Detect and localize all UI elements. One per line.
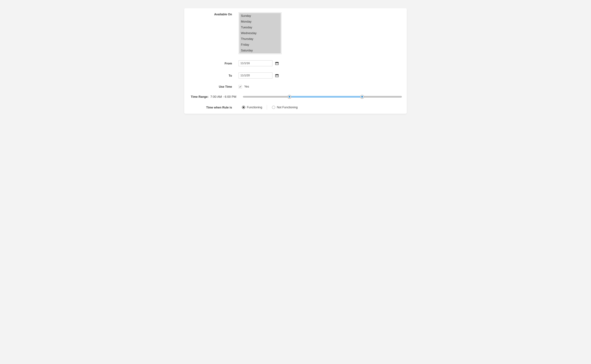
svg-rect-3: [278, 62, 278, 63]
to-label: To: [189, 74, 239, 78]
day-option[interactable]: Friday: [239, 42, 281, 48]
radio-label: Functioning: [247, 106, 262, 109]
radio-icon: [242, 106, 245, 109]
rule-mode-row: Time when Rule is Functioning Not Functi…: [189, 105, 402, 110]
svg-point-8: [277, 64, 277, 65]
svg-point-6: [278, 64, 278, 64]
radio-icon: [272, 106, 275, 109]
slider-handle-max[interactable]: [360, 95, 364, 99]
rule-mode-not-functioning-radio[interactable]: Not Functioning: [272, 106, 298, 109]
svg-rect-11: [275, 75, 278, 75]
use-time-row: Use Time Yes: [189, 85, 402, 89]
radio-label: Not Functioning: [277, 106, 298, 109]
rule-mode-functioning-radio[interactable]: Functioning: [242, 106, 262, 109]
day-option[interactable]: Saturday: [239, 48, 281, 53]
available-on-label: Available On: [189, 12, 239, 16]
svg-point-15: [277, 76, 277, 76]
day-option[interactable]: Monday: [239, 19, 281, 25]
calendar-icon[interactable]: [275, 61, 279, 65]
day-option[interactable]: Sunday: [239, 13, 281, 19]
svg-rect-12: [276, 74, 276, 75]
use-time-checkbox[interactable]: [239, 85, 242, 88]
time-range-value: 7:00 AM - 6:00 PM: [210, 95, 236, 98]
svg-point-16: [278, 76, 278, 76]
svg-point-9: [278, 64, 278, 65]
time-range-row: Time Range: 7:00 AM - 6:00 PM: [189, 95, 402, 99]
svg-point-5: [277, 64, 277, 64]
day-option[interactable]: Thursday: [239, 36, 281, 42]
divider: [267, 105, 267, 110]
svg-point-18: [277, 76, 277, 77]
svg-rect-2: [276, 62, 276, 63]
day-option[interactable]: Tuesday: [239, 25, 281, 30]
time-range-slider[interactable]: [243, 95, 402, 99]
to-date-input[interactable]: [239, 72, 273, 78]
svg-point-14: [276, 76, 276, 76]
calendar-icon[interactable]: [275, 74, 279, 77]
from-label: From: [189, 61, 239, 65]
to-row: To: [189, 72, 402, 78]
svg-point-17: [276, 76, 276, 77]
svg-rect-13: [278, 74, 278, 75]
day-option[interactable]: Wednesday: [239, 30, 281, 36]
time-range-label: Time Range:: [191, 95, 209, 98]
available-on-row: Available On Sunday Monday Tuesday Wedne…: [189, 12, 402, 54]
rule-mode-label: Time when Rule is: [189, 105, 239, 109]
slider-fill: [289, 96, 362, 98]
use-time-label: Use Time: [189, 85, 239, 89]
svg-rect-1: [275, 62, 278, 63]
use-time-checkbox-label: Yes: [244, 85, 249, 88]
available-on-select[interactable]: Sunday Monday Tuesday Wednesday Thursday…: [239, 12, 281, 54]
from-date-input[interactable]: [239, 60, 273, 66]
slider-handle-min[interactable]: [287, 95, 291, 99]
settings-panel: Available On Sunday Monday Tuesday Wedne…: [184, 8, 407, 114]
svg-point-4: [276, 64, 276, 64]
svg-point-19: [278, 76, 278, 77]
svg-point-7: [276, 64, 276, 65]
from-row: From: [189, 60, 402, 66]
